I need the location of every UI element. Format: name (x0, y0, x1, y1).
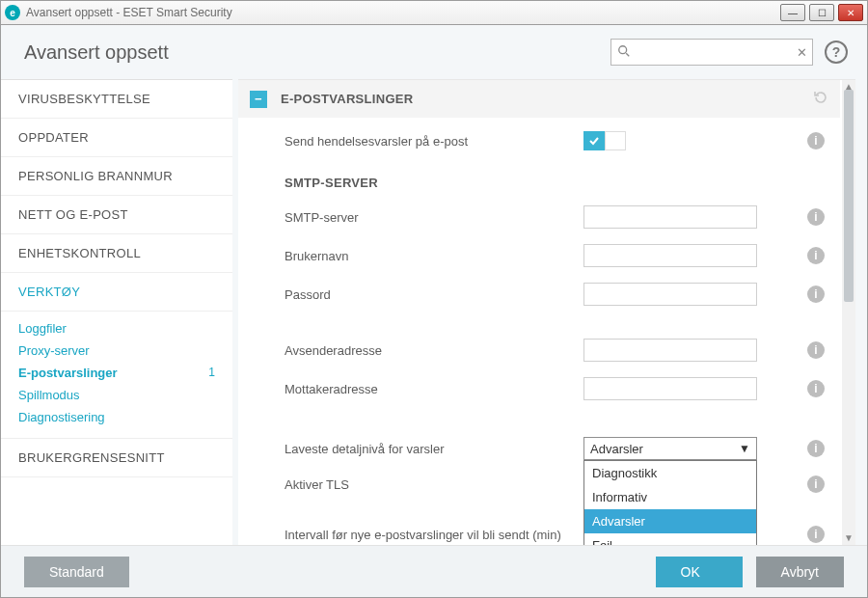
row-smtp-server: SMTP-server i (248, 198, 830, 236)
app-frame: Avansert oppsett ✕ ? VIRUSBESKYTTELSE OP… (0, 25, 868, 598)
input-smtp-server[interactable] (583, 205, 757, 229)
input-recipient[interactable] (583, 377, 757, 400)
input-sender[interactable] (583, 339, 757, 362)
app-logo-icon: e (5, 5, 20, 20)
info-icon[interactable]: i (807, 380, 825, 397)
info-icon[interactable]: i (807, 440, 825, 457)
sidebar-item-ui[interactable]: BRUKERGRENSESNITT (1, 439, 232, 477)
option-errors[interactable]: Feil (584, 533, 756, 545)
sidebar: VIRUSBESKYTTELSE OPPDATER PERSONLIG BRAN… (1, 79, 232, 545)
info-icon[interactable]: i (807, 285, 825, 303)
sidebar-item-tools[interactable]: VERKTØY (1, 273, 232, 312)
label-smtp-server: SMTP-server (285, 210, 583, 225)
row-username: Brukernavn i (248, 236, 830, 275)
clear-search-icon[interactable]: ✕ (797, 45, 807, 60)
sidebar-item-device-control[interactable]: ENHETSKONTROLL (1, 234, 232, 273)
sidebar-sub-proxy[interactable]: Proxy-server (1, 340, 232, 362)
scroll-thumb[interactable] (844, 90, 854, 302)
chevron-down-icon: ▼ (739, 442, 750, 455)
cancel-button[interactable]: Avbryt (756, 557, 844, 587)
sidebar-sub-label: Spillmodus (18, 388, 80, 402)
row-password: Passord i (248, 275, 830, 313)
sidebar-sub-logfiles[interactable]: Loggfiler (1, 317, 232, 340)
ok-button[interactable]: OK (656, 557, 743, 587)
label-send-events: Send hendelsesvarsler på e-post (285, 134, 583, 149)
sidebar-sub-gamemode[interactable]: Spillmodus (1, 384, 232, 406)
row-sender: Avsenderadresse i (248, 331, 830, 369)
sidebar-sub-label: E-postvarslinger (18, 366, 118, 380)
page-title: Avansert oppsett (24, 41, 610, 64)
footer: Standard OK Avbryt (1, 545, 867, 597)
sidebar-sub-email-notifications[interactable]: E-postvarslinger 1 (1, 362, 232, 384)
info-icon[interactable]: i (807, 247, 825, 264)
input-username[interactable] (583, 244, 757, 267)
info-icon[interactable]: i (807, 476, 825, 493)
row-send-events: Send hendelsesvarsler på e-post i (248, 123, 830, 158)
svg-line-1 (626, 53, 629, 56)
info-icon[interactable]: i (807, 132, 825, 150)
collapse-icon[interactable]: − (250, 91, 267, 108)
sidebar-item-update[interactable]: OPPDATER (1, 119, 232, 157)
help-icon[interactable]: ? (825, 41, 848, 64)
titlebar: e Avansert oppsett - ESET Smart Security… (0, 0, 868, 25)
header: Avansert oppsett ✕ ? (1, 25, 867, 79)
scrollbar[interactable]: ▲ ▼ (842, 80, 855, 545)
info-icon[interactable]: i (807, 208, 825, 226)
minimize-button[interactable]: — (780, 4, 805, 21)
label-recipient: Mottakeradresse (285, 382, 583, 396)
toggle-send-events[interactable] (583, 131, 626, 150)
sidebar-sub-label: Loggfiler (18, 321, 67, 336)
default-button[interactable]: Standard (24, 557, 129, 587)
toggle-on-icon (583, 131, 605, 150)
search-input[interactable] (635, 45, 797, 60)
info-icon[interactable]: i (807, 341, 825, 359)
sidebar-item-firewall[interactable]: PERSONLIG BRANNMUR (1, 157, 232, 196)
svg-point-0 (619, 45, 627, 53)
sidebar-sub-diagnostics[interactable]: Diagnostisering (1, 406, 232, 428)
search-icon (617, 44, 631, 61)
label-tls: Aktiver TLS (285, 477, 583, 492)
row-recipient: Mottakeradresse i (248, 369, 830, 408)
smtp-subheader: SMTP-SERVER (248, 158, 830, 198)
label-password: Passord (285, 287, 583, 302)
select-value: Advarsler (590, 442, 739, 456)
section-header: − E-POSTVARSLINGER (238, 80, 840, 118)
reset-icon[interactable] (813, 90, 828, 108)
panel: − E-POSTVARSLINGER Send hendelsesvarsler… (238, 80, 855, 545)
sidebar-item-web-email[interactable]: NETT OG E-POST (1, 196, 232, 234)
label-interval: Intervall før nye e-postvarslinger vil b… (285, 528, 632, 542)
search-box[interactable]: ✕ (610, 39, 813, 66)
content: − E-POSTVARSLINGER Send hendelsesvarsler… (238, 79, 855, 545)
row-detail-level: Laveste detaljnivå for varsler Advarsler… (248, 429, 830, 468)
maximize-button[interactable]: ☐ (809, 4, 834, 21)
sidebar-sub-label: Proxy-server (18, 343, 90, 358)
sidebar-sub-badge: 1 (208, 366, 215, 379)
dropdown-detail-level: Diagnostikk Informativ Advarsler Feil Kr… (583, 460, 757, 545)
option-informative[interactable]: Informativ (584, 485, 756, 509)
label-detail-level: Laveste detaljnivå for varsler (285, 442, 583, 456)
select-detail-level[interactable]: Advarsler ▼ Diagnostikk Informativ Advar… (583, 437, 757, 460)
window-title: Avansert oppsett - ESET Smart Security (26, 6, 780, 19)
input-password[interactable] (583, 283, 757, 306)
sidebar-item-virus[interactable]: VIRUSBESKYTTELSE (1, 80, 232, 119)
toggle-off-handle (605, 131, 626, 150)
section-title: E-POSTVARSLINGER (281, 92, 413, 106)
info-icon[interactable]: i (807, 526, 825, 543)
option-warnings[interactable]: Advarsler (584, 509, 756, 533)
sidebar-sub-label: Diagnostisering (18, 410, 105, 424)
label-sender: Avsenderadresse (285, 343, 583, 358)
scroll-down-icon[interactable]: ▼ (842, 531, 855, 545)
label-username: Brukernavn (285, 249, 583, 263)
main: VIRUSBESKYTTELSE OPPDATER PERSONLIG BRAN… (1, 79, 867, 545)
sidebar-tools-subgroup: Loggfiler Proxy-server E-postvarslinger … (1, 312, 232, 439)
close-button[interactable]: ✕ (838, 4, 863, 21)
window-buttons: — ☐ ✕ (780, 4, 863, 21)
option-diagnostics[interactable]: Diagnostikk (584, 461, 756, 485)
